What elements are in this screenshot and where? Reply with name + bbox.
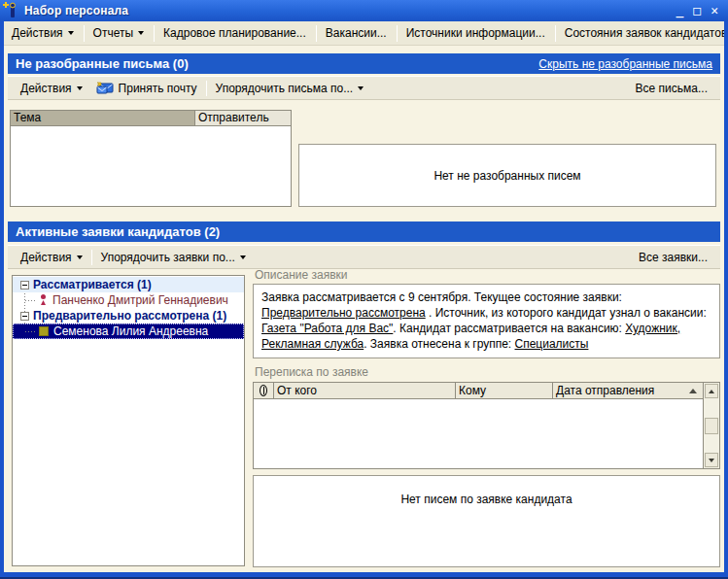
scrollbar-thumb[interactable]	[705, 418, 718, 434]
requests-actions-button[interactable]: Действия	[14, 248, 89, 267]
mail-toolbar: Действия Принять почту Упорядочить	[8, 76, 720, 100]
link-group-specialists[interactable]: Специалисты	[515, 337, 589, 351]
menu-vacancies-label: Вакансии...	[326, 26, 387, 40]
order-mail-label: Упорядочить письма по...	[216, 82, 354, 95]
menu-info-sources-label: Источники информации...	[406, 26, 545, 40]
scroll-up-button[interactable]	[705, 384, 718, 398]
section-title: Активные заявки кандидатов (2)	[16, 224, 712, 239]
separator	[91, 250, 92, 265]
tree-group-pre-reviewed[interactable]: Предварительно рассмотрена (1)	[13, 308, 244, 324]
tree-connector	[25, 300, 37, 301]
mail-actions-label: Действия	[20, 82, 72, 95]
candidate-icon	[39, 294, 48, 306]
description-group-label: Описание заявки	[255, 268, 348, 282]
chevron-down-icon	[68, 31, 74, 35]
menu-reports[interactable]: Отчеты	[86, 22, 153, 44]
column-header-to[interactable]: Кому	[456, 383, 553, 398]
arrow-up-icon	[709, 390, 714, 393]
vertical-scrollbar[interactable]	[703, 383, 719, 468]
paperclip-icon	[260, 385, 267, 396]
receive-mail-button[interactable]: Принять почту	[89, 79, 204, 98]
section-header-unsorted-mail: Не разобранные письма (0) Скрыть не разо…	[8, 53, 720, 74]
no-unsorted-mail-message: Нет не разобранных писем	[298, 144, 716, 207]
menu-actions-label: Действия	[12, 26, 63, 40]
column-header-subject[interactable]: Тема	[11, 111, 195, 126]
tree-connector	[25, 331, 37, 332]
title-bar: Набор персонала _ □ ✕	[0, 0, 728, 21]
minimize-button[interactable]: _	[676, 4, 684, 17]
tree-group-label: Предварительно рассмотрена (1)	[33, 309, 226, 323]
separator	[154, 25, 155, 42]
column-header-attachment[interactable]	[254, 383, 274, 398]
column-header-sender[interactable]: Отправитель	[195, 111, 291, 126]
scroll-down-button[interactable]	[705, 453, 718, 467]
unsorted-mail-table[interactable]: Тема Отправитель	[10, 110, 292, 207]
menu-reports-label: Отчеты	[93, 26, 133, 40]
order-mail-button[interactable]: Упорядочить письма по...	[209, 79, 371, 98]
menu-request-states-label: Состояния заявок кандидатов...	[565, 26, 724, 40]
tree-item-semenova-selected[interactable]: Семенова Лилия Андреевна	[13, 324, 244, 339]
tree-group-under-review[interactable]: Рассматривается (1)	[13, 277, 244, 292]
menu-info-sources[interactable]: Источники информации...	[399, 22, 554, 44]
tree-item-label: Семенова Лилия Андреевна	[53, 324, 208, 338]
candidate-icon	[39, 326, 49, 336]
client-area: Действия Отчеты Кадровое планирование...…	[4, 21, 724, 572]
receive-mail-label: Принять почту	[119, 82, 197, 95]
section-title: Не разобранные письма (0)	[16, 56, 538, 71]
request-description-box: Заявка рассматривается с 9 сентября. Тек…	[253, 284, 720, 358]
tree-item-panchenko[interactable]: Панченко Дмитрий Геннадиевич	[13, 292, 244, 308]
description-text: . Кандидат рассматривается на вакансию:	[393, 322, 625, 335]
no-request-mail-message: Нет писем по заявке кандидата	[253, 475, 720, 567]
collapse-icon[interactable]	[20, 281, 29, 290]
maximize-button[interactable]: □	[693, 4, 701, 17]
link-state-pre-reviewed[interactable]: Предварительно рассмотрена	[261, 306, 426, 320]
requests-tree-panel[interactable]: Рассматривается (1) Панченко Дмитрий Ген…	[12, 275, 245, 566]
chevron-down-icon	[138, 31, 144, 35]
all-mail-button[interactable]: Все письма...	[629, 79, 714, 98]
menu-request-states[interactable]: Состояния заявок кандидатов...	[557, 22, 724, 44]
column-header-from[interactable]: От кого	[274, 383, 456, 398]
description-text: Заявка рассматривается с 9 сентября. Тек…	[261, 290, 622, 304]
all-requests-label: Все заявки...	[639, 251, 708, 264]
chevron-down-icon	[77, 255, 83, 259]
requests-toolbar: Действия Упорядочить заявки по... Все за…	[8, 245, 720, 269]
menu-hr-planning[interactable]: Кадровое планирование...	[156, 22, 315, 44]
chevron-down-icon	[240, 255, 246, 259]
separator	[206, 81, 207, 96]
separator	[555, 25, 556, 42]
description-text: . Источник, из которого кандидат узнал о…	[426, 306, 707, 320]
all-requests-button[interactable]: Все заявки...	[632, 248, 714, 267]
chevron-down-icon	[358, 86, 364, 90]
app-icon	[3, 2, 20, 19]
arrow-down-icon	[709, 459, 714, 462]
column-header-sent-date[interactable]: Дата отправления	[553, 383, 703, 398]
tree-group-label: Рассматривается (1)	[33, 278, 152, 291]
close-button[interactable]: ✕	[711, 4, 718, 17]
chevron-down-icon	[77, 86, 83, 90]
requests-actions-label: Действия	[20, 251, 72, 264]
separator	[397, 25, 398, 42]
mail-actions-button[interactable]: Действия	[14, 79, 89, 98]
menu-hr-planning-label: Кадровое планирование...	[163, 26, 306, 40]
tree-item-label: Панченко Дмитрий Геннадиевич	[52, 293, 228, 307]
menu-actions[interactable]: Действия	[4, 22, 83, 44]
order-requests-label: Упорядочить заявки по...	[101, 251, 235, 264]
application-window: Набор персонала _ □ ✕ Действия Отчеты Ка…	[0, 0, 728, 579]
separator	[84, 25, 85, 42]
all-mail-label: Все письма...	[636, 82, 708, 95]
correspondence-table[interactable]: От кого Кому Дата отправления	[253, 382, 720, 469]
window-title: Набор персонала	[24, 4, 676, 17]
link-source-newspaper[interactable]: Газета "Работа для Вас"	[261, 322, 393, 335]
description-text: . Заявка отнесена к группе:	[364, 337, 514, 351]
order-requests-button[interactable]: Упорядочить заявки по...	[94, 248, 253, 267]
mail-icon	[96, 82, 114, 94]
section-header-active-requests: Активные заявки кандидатов (2)	[8, 221, 720, 242]
hide-unsorted-mail-link[interactable]: Скрыть не разобранные письма	[538, 57, 712, 71]
correspondence-group-label: Переписка по заявке	[255, 365, 368, 379]
sort-ascending-icon	[689, 389, 697, 393]
sent-date-label: Дата отправления	[556, 384, 689, 397]
separator	[316, 25, 317, 42]
collapse-icon[interactable]	[20, 312, 29, 321]
menu-vacancies[interactable]: Вакансии...	[318, 22, 396, 44]
menu-bar: Действия Отчеты Кадровое планирование...…	[4, 21, 724, 46]
